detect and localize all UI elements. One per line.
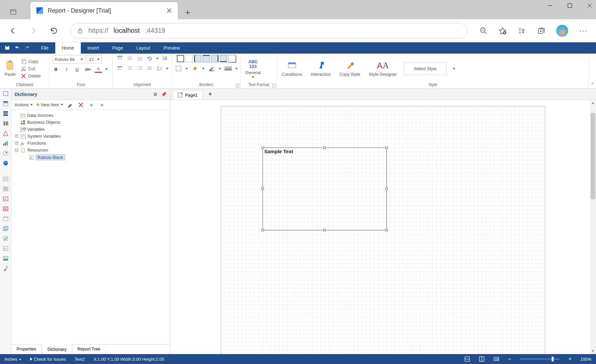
align-top-button[interactable] [116,55,124,62]
move-up-button[interactable]: ◆ [88,101,95,109]
border-color-button[interactable] [208,65,215,72]
align-middle-button[interactable] [126,55,133,62]
tab-file[interactable]: File [34,42,55,54]
align-right-button[interactable] [136,65,143,72]
toolbox-image-icon[interactable] [2,255,9,262]
unit-selector[interactable]: Inches ▲ [5,357,22,362]
add-page-button[interactable]: + [204,89,217,100]
tree-sysvars[interactable]: +x=System Variables [21,133,167,140]
save-button[interactable] [5,45,10,51]
design-canvas[interactable]: Sample Text al ▲ ▼ [170,100,596,354]
panel-pin-icon[interactable]: 📌 [161,92,167,97]
bottom-tab-dictionary[interactable]: Dictionary [42,344,72,354]
border-right-button[interactable] [211,55,219,62]
resize-handle[interactable] [323,229,326,231]
scroll-thumb[interactable] [591,113,595,199]
nav-back-button[interactable] [9,26,17,35]
fill-color-button[interactable] [191,65,199,72]
toolbox-cursor-icon[interactable] [2,90,9,97]
edit-item-button[interactable] [67,101,74,109]
window-close-button[interactable] [586,2,593,9]
tree-business[interactable]: Business Objects [21,119,167,126]
favorite-add-icon[interactable] [499,27,507,35]
check-issues-button[interactable]: Check for Issues [30,357,66,362]
toolbox-tools-icon[interactable] [2,265,9,272]
bottom-tab-reporttree[interactable]: Report Tree [72,344,106,354]
undo-button[interactable] [15,45,20,51]
toolbox-clone-icon[interactable] [2,225,9,232]
page-tab-1[interactable]: Page1 [173,90,203,100]
address-bar[interactable]: https://localhost:44319 [70,23,468,38]
resize-handle[interactable] [385,188,388,190]
align-justify-button[interactable] [146,65,153,72]
toolbox-subreport-icon[interactable]: A≡ [2,245,9,252]
move-down-button[interactable]: ◆ [98,101,106,109]
text-object[interactable]: Sample Text [263,148,387,230]
window-maximize-button[interactable] [566,2,573,9]
border-style-button[interactable] [175,65,182,72]
copy-button[interactable]: Copy [20,58,42,65]
cut-button[interactable]: Cut [20,66,42,72]
border-top-button[interactable] [203,55,210,62]
toolbox-chart-icon[interactable] [2,140,9,147]
toolbox-textcol-icon[interactable] [2,185,9,193]
zoom-in-button[interactable]: + [568,356,572,363]
view-mode-2-icon[interactable] [479,356,485,362]
resize-handle[interactable] [385,147,388,149]
tab-layout[interactable]: Layout [130,42,157,54]
favorites-icon[interactable] [518,27,526,35]
nav-forward-button[interactable] [29,26,38,35]
italic-button[interactable]: I [63,66,70,73]
tab-insert[interactable]: Insert [81,42,106,54]
text-format-button[interactable]: ABC123 General [243,59,263,79]
resize-handle[interactable] [385,229,388,231]
align-bottom-button[interactable] [136,55,143,62]
report-page[interactable]: Sample Text al [221,106,545,354]
wordwrap-button[interactable] [161,55,169,62]
strike-button[interactable]: abc [84,66,91,73]
toolbox-gauge-icon[interactable] [2,150,9,157]
tree-variables[interactable]: VARVariables [21,126,167,133]
profile-avatar[interactable] [556,25,568,37]
browser-menu-button[interactable]: ··· [579,26,587,35]
toolbox-text-icon[interactable] [2,175,9,183]
textformat-launcher[interactable] [272,84,275,87]
align-center-button[interactable] [126,65,133,72]
resize-handle[interactable] [323,147,326,149]
new-item-dropdown[interactable]: ✚New Item [36,102,63,107]
tree-datasources[interactable]: Data Sources [21,112,167,119]
resize-handle[interactable] [262,229,264,231]
toolbox-band-icon[interactable] [2,100,9,107]
toolbox-checkbox-icon[interactable] [2,235,9,242]
copy-style-button[interactable]: Copy Style [337,60,362,77]
ribbon-collapse-button[interactable]: ⌃ [589,54,596,88]
zoom-out-button[interactable]: − [508,356,512,363]
delete-item-button[interactable] [77,101,84,109]
toolbox-panel-icon[interactable] [2,215,9,222]
browser-tab[interactable]: Report - Designer [Trial] [30,2,178,19]
new-tab-button[interactable] [181,6,194,19]
tab-preview[interactable]: Preview [157,42,187,54]
conditions-button[interactable]: Conditions [280,60,304,77]
zoom-out-icon[interactable] [479,27,487,35]
tab-home[interactable]: Home [55,42,81,54]
interaction-button[interactable]: Interaction [309,60,333,77]
border-all-button[interactable] [177,55,184,62]
borders-launcher[interactable] [236,84,239,87]
vertical-scrollbar[interactable]: ▲ ▼ [590,100,596,354]
window-minimize-button[interactable] [546,2,554,9]
toolbox-crossband-icon[interactable] [2,110,9,117]
bold-button[interactable]: B [52,66,60,73]
tab-close-button[interactable] [167,8,172,13]
font-name-dropdown[interactable]: Roboto Bk [52,55,85,64]
collections-icon[interactable] [537,27,545,35]
border-none-button[interactable] [185,55,193,62]
toolbox-richtext-icon[interactable]: A [2,195,9,203]
tree-functions[interactable]: +fxFunctions [21,140,167,147]
delete-button[interactable]: Delete [20,73,42,79]
rotate-button[interactable] [146,55,153,62]
tab-actions-icon[interactable] [6,5,21,19]
align-left-button[interactable] [116,65,124,72]
line-spacing-button[interactable] [156,65,163,72]
border-shadow-button[interactable] [228,55,236,62]
